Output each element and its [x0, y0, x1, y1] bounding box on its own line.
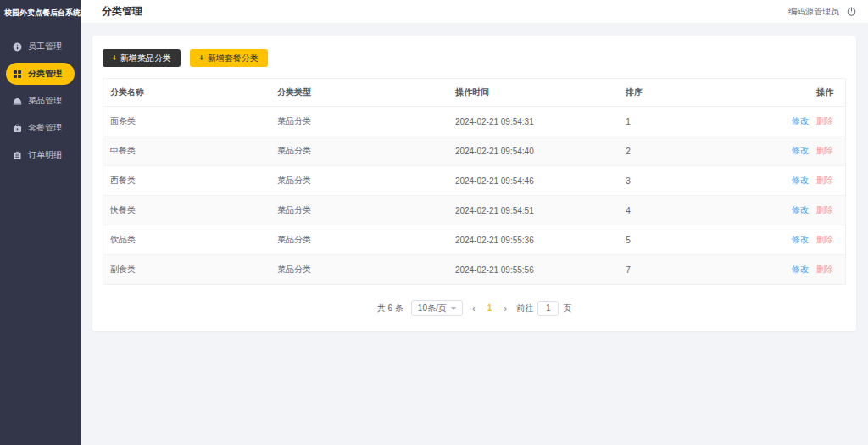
add-meal-category-label: 新增套餐分类 — [208, 53, 259, 64]
page-size-value: 10条/页 — [418, 303, 447, 314]
sidebar-item-orders[interactable]: 订单明细 — [6, 144, 75, 166]
add-meal-category-button[interactable]: + 新增套餐分类 — [190, 49, 268, 67]
sidebar-item-label: 套餐管理 — [28, 122, 62, 134]
goto-unit: 页 — [563, 303, 571, 314]
table-row: 饮品类 菜品分类 2024-02-21 09:55:36 5 修改删除 — [103, 225, 845, 255]
cell-sort: 1 — [619, 107, 764, 136]
cell-category-type: 菜品分类 — [270, 225, 448, 255]
cell-category-type: 菜品分类 — [270, 107, 448, 136]
table-row: 副食类 菜品分类 2024-02-21 09:55:56 7 修改删除 — [103, 255, 845, 285]
delete-link[interactable]: 删除 — [816, 264, 833, 274]
cell-actions: 修改删除 — [764, 166, 845, 196]
col-operate-time: 操作时间 — [448, 79, 619, 107]
sidebar-item-staff[interactable]: 员工管理 — [6, 36, 75, 58]
dish-icon — [12, 96, 22, 106]
sidebar-item-label: 员工管理 — [28, 41, 62, 53]
toolbar: + 新增菜品分类 + 新增套餐分类 — [103, 49, 846, 67]
meal-icon — [12, 123, 22, 133]
delete-link[interactable]: 删除 — [816, 116, 833, 125]
page-number-1[interactable]: 1 — [485, 303, 495, 313]
col-category-type: 分类类型 — [270, 79, 448, 107]
cell-category-type: 菜品分类 — [270, 166, 448, 196]
cell-sort: 5 — [619, 225, 764, 255]
cell-sort: 7 — [619, 255, 764, 285]
next-page-button[interactable]: › — [502, 303, 509, 314]
sidebar-item-label: 分类管理 — [28, 68, 62, 80]
staff-icon — [12, 42, 22, 52]
cell-category-name: 中餐类 — [103, 136, 270, 166]
cell-category-type: 菜品分类 — [270, 196, 448, 225]
delete-link[interactable]: 删除 — [816, 235, 833, 244]
pagination: 共 6 条 10条/页 ‹ 1 › 前往 页 — [103, 300, 846, 316]
cell-category-type: 菜品分类 — [270, 136, 448, 166]
cell-actions: 修改删除 — [764, 107, 845, 136]
cell-operate-time: 2024-02-21 09:54:40 — [448, 136, 619, 166]
sidebar-item-meal[interactable]: 套餐管理 — [6, 117, 75, 139]
delete-link[interactable]: 删除 — [816, 146, 833, 155]
sidebar-item-label: 订单明细 — [28, 149, 62, 161]
col-sort: 排序 — [619, 79, 764, 107]
table-row: 面条类 菜品分类 2024-02-21 09:54:31 1 修改删除 — [103, 107, 845, 136]
category-table: 分类名称 分类类型 操作时间 排序 操作 面条类 菜品分类 2024-02-21… — [103, 78, 846, 285]
chevron-down-icon — [451, 307, 456, 310]
page-size-select[interactable]: 10条/页 — [411, 300, 463, 316]
delete-link[interactable]: 删除 — [816, 205, 833, 214]
edit-link[interactable]: 修改 — [792, 205, 809, 214]
add-dish-category-button[interactable]: + 新增菜品分类 — [103, 49, 181, 67]
cell-actions: 修改删除 — [764, 255, 845, 285]
user-name: 编码源管理员 — [788, 6, 839, 18]
main-content: + 新增菜品分类 + 新增套餐分类 分类名称 分类类型 操作时间 排序 操作 — [81, 24, 868, 445]
cell-operate-time: 2024-02-21 09:54:51 — [448, 196, 619, 225]
cell-sort: 2 — [619, 136, 764, 166]
edit-link[interactable]: 修改 — [792, 264, 809, 274]
edit-link[interactable]: 修改 — [792, 116, 809, 125]
cell-actions: 修改删除 — [764, 225, 845, 255]
goto-page: 前往 页 — [516, 301, 571, 316]
edit-link[interactable]: 修改 — [792, 235, 809, 244]
category-icon — [12, 69, 22, 79]
cell-operate-time: 2024-02-21 09:55:36 — [448, 225, 619, 255]
prev-page-button[interactable]: ‹ — [470, 303, 477, 314]
table-header-row: 分类名称 分类类型 操作时间 排序 操作 — [103, 79, 845, 107]
order-icon — [12, 150, 22, 160]
delete-link[interactable]: 删除 — [816, 175, 833, 185]
goto-page-input[interactable] — [537, 301, 559, 316]
goto-label: 前往 — [516, 303, 533, 314]
cell-category-name: 副食类 — [103, 255, 270, 285]
cell-actions: 修改删除 — [764, 136, 845, 166]
content-card: + 新增菜品分类 + 新增套餐分类 分类名称 分类类型 操作时间 排序 操作 — [92, 36, 856, 331]
sidebar-item-dish[interactable]: 菜品管理 — [6, 90, 75, 112]
app-brand: 校园外卖点餐后台系统 — [0, 0, 81, 25]
add-dish-category-label: 新增菜品分类 — [120, 53, 171, 64]
pagination-total: 共 6 条 — [377, 303, 403, 314]
cell-category-name: 快餐类 — [103, 196, 270, 225]
edit-link[interactable]: 修改 — [792, 146, 809, 155]
page-title: 分类管理 — [102, 4, 142, 19]
cell-operate-time: 2024-02-21 09:55:56 — [448, 255, 619, 285]
table-row: 快餐类 菜品分类 2024-02-21 09:54:51 4 修改删除 — [103, 196, 845, 225]
col-category-name: 分类名称 — [103, 79, 270, 107]
sidebar-item-category[interactable]: 分类管理 — [6, 63, 75, 85]
cell-operate-time: 2024-02-21 09:54:31 — [448, 107, 619, 136]
plus-icon: + — [199, 53, 204, 63]
logout-icon[interactable] — [847, 7, 856, 16]
plus-icon: + — [112, 53, 117, 63]
col-actions: 操作 — [764, 79, 845, 107]
sidebar: 校园外卖点餐后台系统 员工管理 分类管理 菜品管理 套餐管理 — [0, 0, 81, 445]
cell-category-name: 面条类 — [103, 107, 270, 136]
edit-link[interactable]: 修改 — [792, 175, 809, 185]
top-header: 分类管理 编码源管理员 — [81, 0, 868, 24]
table-row: 中餐类 菜品分类 2024-02-21 09:54:40 2 修改删除 — [103, 136, 845, 166]
sidebar-menu: 员工管理 分类管理 菜品管理 套餐管理 订单明细 — [0, 36, 81, 166]
cell-actions: 修改删除 — [764, 196, 845, 225]
cell-category-name: 西餐类 — [103, 166, 270, 196]
table-row: 西餐类 菜品分类 2024-02-21 09:54:46 3 修改删除 — [103, 166, 845, 196]
cell-sort: 3 — [619, 166, 764, 196]
cell-category-type: 菜品分类 — [270, 255, 448, 285]
cell-sort: 4 — [619, 196, 764, 225]
sidebar-item-label: 菜品管理 — [28, 95, 62, 107]
cell-category-name: 饮品类 — [103, 225, 270, 255]
cell-operate-time: 2024-02-21 09:54:46 — [448, 166, 619, 196]
